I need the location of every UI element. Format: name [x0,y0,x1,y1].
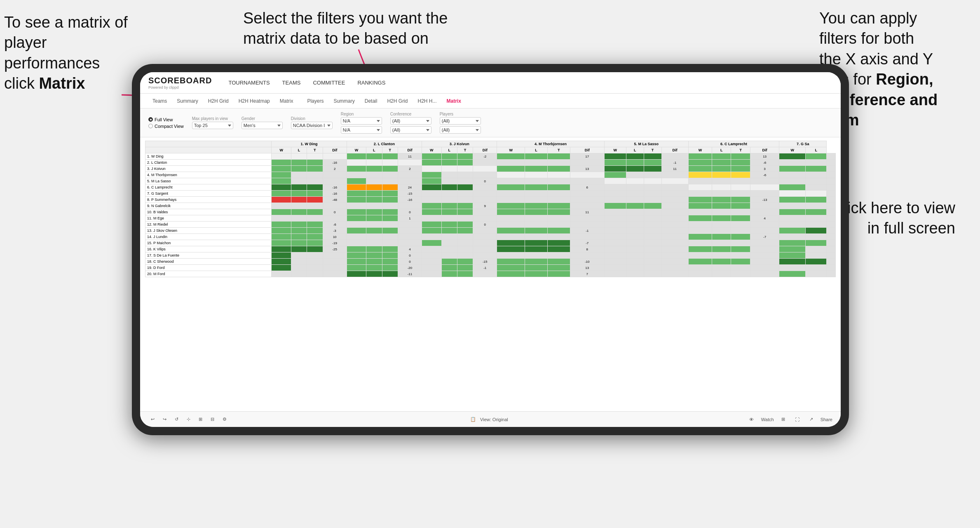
matrix-cell [457,153,473,160]
matrix-cell: 13 [570,166,604,172]
sub-nav-summary[interactable]: Summary [173,97,202,106]
settings-btn[interactable]: ⚙ [220,416,229,423]
matrix-cell [422,252,441,259]
matrix-cell [291,240,307,246]
matrix-cell: -48 [323,197,347,203]
col-sub-headers: WLTDif WLTDif WLTDif WLTDif WLTDif WLTDi… [145,147,836,153]
share-btn[interactable]: ↗ [807,416,816,423]
sub-nav-players[interactable]: Players [303,97,328,106]
nav-teams[interactable]: TEAMS [282,80,301,86]
division-select[interactable]: NCAA Division I [291,122,333,129]
view-original-btn[interactable]: 📋 [468,416,478,423]
matrix-cell [750,265,779,271]
players-label: Players [440,112,481,116]
matrix-cell [547,228,570,234]
matrix-cell [323,265,347,271]
matrix-cell [712,178,731,184]
matrix-cell: -6 [323,222,347,228]
matrix-cell [750,246,779,252]
gender-select[interactable]: Men's [241,122,283,129]
matrix-cell [382,215,398,222]
max-players-select[interactable]: Top 25 [192,122,233,129]
matrix-cell [525,178,548,184]
players-select-1[interactable]: (All) [440,117,481,125]
matrix-cell [272,153,291,160]
sub-nav-summary2[interactable]: Summary [329,97,359,106]
matrix-cell [712,246,731,252]
sub-nav-h2h-grid2[interactable]: H2H Grid [383,97,412,106]
matrix-cell [626,234,644,240]
player-name-cell: 17. S De La Fuente [145,252,272,259]
zoom-in-btn[interactable]: ⊞ [196,416,205,423]
table-row: 18. C Sherwood0-15-10 [145,259,836,265]
matrix-cell [291,209,307,215]
redo-btn[interactable]: ↪ [160,416,169,423]
matrix-cell [382,178,398,184]
matrix-cell: -25 [323,246,347,252]
matrix-cell [644,259,661,265]
matrix-cell [644,184,661,191]
sub-nav-h2h-grid[interactable]: H2H Grid [204,97,233,106]
matrix-cell [441,172,457,178]
matrix-cell [422,203,441,209]
table-row: 5. M La Sasso0 [145,178,836,184]
sub-nav-h2h-heatmap[interactable]: H2H Heatmap [234,97,274,106]
matrix-cell [366,160,382,166]
expand-btn[interactable]: ⛶ [792,416,802,423]
matrix-cell [661,197,688,203]
region-select-2[interactable]: N/A [341,126,382,134]
nav-rankings[interactable]: RANKINGS [357,80,385,86]
player-name-cell: 13. J Skov Olesen [145,228,272,234]
cursor-btn[interactable]: ⊹ [184,416,193,423]
matrix-cell [457,259,473,265]
matrix-cell: 0 [398,209,422,215]
sub-nav-teams[interactable]: Teams [148,97,171,106]
players-select-2[interactable]: (All) [440,126,481,134]
radio-compact-view[interactable]: Compact View [148,124,184,129]
table-row: 1. W Ding11-21713 [145,153,836,160]
matrix-cell [497,271,525,277]
matrix-cell [570,197,604,203]
nav-tournaments[interactable]: TOURNAMENTS [228,80,270,86]
grid-btn[interactable]: ⊞ [779,416,788,423]
matrix-cell [525,265,548,271]
bottom-toolbar: ↩ ↪ ↺ ⊹ ⊞ ⊟ ⚙ 📋 View: Original 👁 Watch ⊞… [140,411,841,427]
sub-h-w4: W [497,147,525,153]
conference-select-2[interactable]: (All) [390,126,431,134]
sub-nav-matrix-active[interactable]: Matrix [442,97,465,106]
matrix-cell [688,259,712,265]
sub-nav-h2h-h2[interactable]: H2H H... [413,97,441,106]
matrix-cell [307,215,323,222]
sub-h-dif3: Dif [473,147,497,153]
region-select-1[interactable]: N/A [341,117,382,125]
matrix-cell [525,153,548,160]
player-name-cell: 15. P Maichon [145,240,272,246]
watch-btn[interactable]: 👁 [747,416,756,423]
matrix-cell [497,222,525,228]
undo-btn[interactable]: ↩ [148,416,157,423]
matrix-cell [497,240,525,246]
zoom-out-btn[interactable]: ⊟ [208,416,217,423]
matrix-cell [457,178,473,184]
matrix-cell [604,259,626,265]
matrix-cell [547,265,570,271]
matrix-cell [347,172,366,178]
table-row: 9. N Gabrelcik9 [145,203,836,209]
conference-select-1[interactable]: (All) [390,117,431,125]
conference-label: Conference [390,112,431,116]
radio-full-view[interactable]: Full View [148,117,184,122]
sub-nav-detail[interactable]: Detail [361,97,382,106]
matrix-cell [827,215,836,222]
nav-committee[interactable]: COMMITTEE [313,80,345,86]
matrix-cell [731,222,750,228]
matrix-cell [441,160,457,166]
matrix-cell [712,240,731,246]
refresh-btn[interactable]: ↺ [172,416,181,423]
sub-header-empty [145,147,272,153]
view-options: Full View Compact View [148,117,184,129]
matrix-cell [731,184,750,191]
sub-nav-matrix[interactable]: Matrix [276,97,298,106]
matrix-cell [473,160,497,166]
matrix-cell [272,178,291,184]
matrix-cell [827,209,836,215]
